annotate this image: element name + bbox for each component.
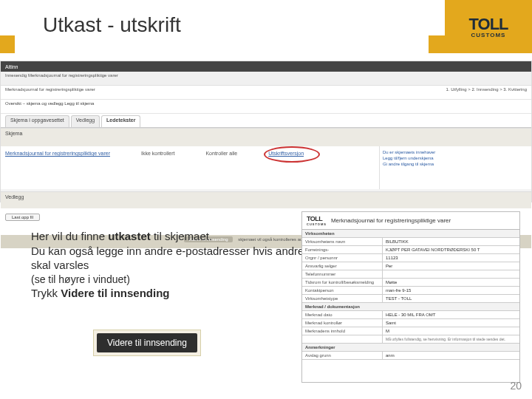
breadcrumb-title: Merknadsjournal for registreringspliktig… — [5, 87, 95, 98]
status-text: Ikke kontrollert — [141, 151, 175, 156]
document-link[interactable]: Merknadsjournal for registreringspliktig… — [5, 151, 110, 156]
tab-vedlegg[interactable]: Vedlegg — [71, 115, 100, 127]
breadcrumb: Merknadsjournal for registreringspliktig… — [1, 86, 531, 100]
skjema-body: Merknadsjournal for registreringspliktig… — [1, 146, 531, 189]
breadcrumb-steps: 1. Utfylling > 2. Innsending > 3. Kvitte… — [446, 87, 527, 98]
section-vedlegg: Vedlegg — [1, 191, 531, 208]
control-link[interactable]: Kontroller alle — [205, 151, 237, 156]
right-a[interactable]: Du er skjemaets innehaver — [383, 149, 528, 155]
form-sect1: Virksomheten — [302, 230, 519, 238]
right-b[interactable]: Legg til/fjern underskjema — [383, 155, 528, 161]
print-link[interactable]: Utskriftsversjon — [268, 151, 304, 156]
browser-header: Altinn — [1, 61, 531, 72]
right-panel: Du er skjemaets innehaver Legg til/fjern… — [379, 146, 531, 189]
form-sect2: Merknad / dokumentasjon — [302, 303, 519, 311]
tab-ledetekster[interactable]: Ledetekster — [101, 115, 140, 127]
form-logo: TOLL CUSTOMS — [307, 215, 327, 226]
slide-title: Utkast - utskrift — [43, 13, 181, 37]
section-skjema: Skjema — [1, 128, 531, 146]
page-number: 20 — [510, 380, 522, 392]
body-text: Her vil du finne utkastet til skjemaet. … — [31, 229, 304, 300]
path-bar: Innesendig Merknadsjournal for registrer… — [1, 72, 531, 86]
skjema-row: Merknadsjournal for registreringspliktig… — [1, 146, 379, 189]
toll-logo: TOLL CUSTOMS — [445, 0, 532, 53]
form-preview: TOLL CUSTOMS Merknadsjournal for registr… — [301, 211, 520, 383]
logo-sub: CUSTOMS — [471, 32, 506, 38]
form-header: TOLL CUSTOMS Merknadsjournal for registr… — [302, 212, 519, 230]
highlight-ellipse — [264, 146, 320, 163]
tab-skjema[interactable]: Skjema i oppgavesettet — [5, 115, 69, 127]
continue-button-label: Videre til innsending — [97, 333, 197, 352]
upload-button[interactable]: Last opp fil — [5, 214, 40, 221]
continue-button-illustration: Videre til innsending — [93, 330, 201, 356]
right-c[interactable]: Gi andre tilgang til skjema — [383, 161, 528, 167]
app-name: Altinn — [5, 64, 18, 69]
title-area: Utkast - utskrift — [15, 0, 429, 53]
subheader: Oversikt – skjema og vedlegg Legg til sk… — [1, 100, 531, 114]
form-title: Merknadsjournal for registreringspliktig… — [331, 217, 451, 224]
form-sect3: Anmerkninger — [302, 344, 519, 352]
altinn-screenshot: Altinn Innesendig Merknadsjournal for re… — [0, 61, 532, 202]
tabs: Skjema i oppgavesettet Vedlegg Ledetekst… — [1, 114, 531, 128]
